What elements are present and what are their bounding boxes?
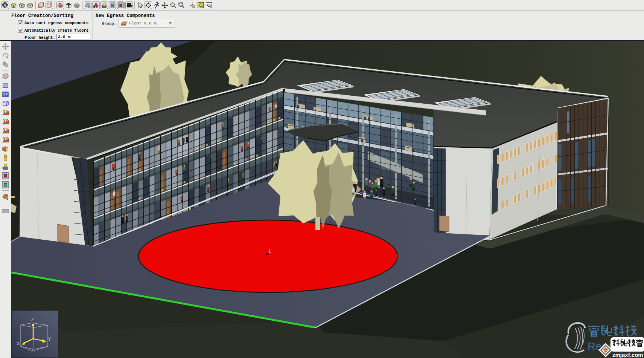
svg-text:X: X <box>17 341 20 346</box>
svg-text:zmjaxf.com: zmjaxf.com <box>612 352 643 358</box>
svg-text:1: 1 <box>6 109 8 112</box>
svg-text:Z: Z <box>31 317 34 322</box>
svg-text:1: 1 <box>268 249 271 254</box>
svg-text:2: 2 <box>6 118 8 121</box>
svg-text:2: 2 <box>6 136 8 139</box>
svg-text:Y: Y <box>48 336 51 342</box>
svg-text:1: 1 <box>6 127 8 130</box>
